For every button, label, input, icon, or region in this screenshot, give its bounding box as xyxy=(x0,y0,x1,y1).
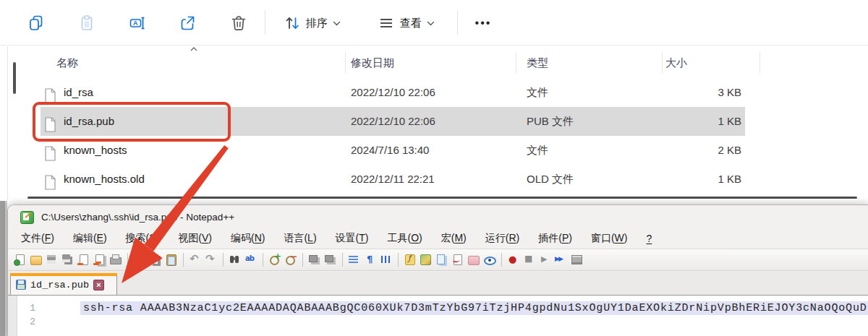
column-header-date[interactable]: 修改日期 xyxy=(351,49,394,77)
menu-item[interactable]: 窗口(W) xyxy=(582,231,637,248)
indent-guide-icon[interactable] xyxy=(380,254,393,266)
file-row[interactable]: known_hosts.old2022/12/11 22:21OLD 文件1 K… xyxy=(0,165,868,194)
copy-button[interactable] xyxy=(22,10,51,36)
title-bar[interactable]: C:\Users\zhang\.ssh\id_rsa.pub - Notepad… xyxy=(8,205,868,229)
word-wrap-icon[interactable] xyxy=(348,254,361,266)
toolbar-divider xyxy=(457,10,458,35)
folder-as-workspace-icon[interactable] xyxy=(467,254,480,266)
share-icon xyxy=(179,14,197,33)
file-type: 文件 xyxy=(527,78,548,107)
zoom-out-icon[interactable] xyxy=(284,254,297,266)
paste-icon xyxy=(77,14,96,33)
undo-icon[interactable] xyxy=(189,254,202,266)
tab-label: id_rsa.pub xyxy=(30,280,89,290)
play-macro-icon[interactable] xyxy=(539,254,552,266)
column-header-size[interactable]: 大小 xyxy=(665,49,687,77)
file-date: 2022/12/10 22:06 xyxy=(351,107,435,136)
file-row[interactable]: known_hosts2024/7/16 13:40文件2 KB xyxy=(0,136,868,165)
copy-icon xyxy=(27,14,46,33)
active-tab-accent xyxy=(10,273,117,276)
find-icon[interactable] xyxy=(229,254,242,266)
menu-item[interactable]: 文件(F) xyxy=(12,231,64,248)
file-date: 2022/12/11 22:21 xyxy=(351,165,435,194)
line-number: 1 xyxy=(17,301,35,315)
paste-icon[interactable] xyxy=(165,254,178,266)
file-type: PUB 文件 xyxy=(527,107,574,136)
monitoring-icon[interactable] xyxy=(483,254,496,266)
menu-item[interactable]: ? xyxy=(637,231,661,247)
screenshot-root: A 排序 查看 ••• 名称 xyxy=(0,0,868,336)
sync-horizontal-icon[interactable] xyxy=(324,254,337,266)
rename-button[interactable]: A xyxy=(123,10,152,36)
toolbar-separator xyxy=(0,45,868,46)
file-size: 1 KB xyxy=(655,165,741,194)
menu-item[interactable]: 视图(V) xyxy=(169,231,221,248)
show-all-chars-icon[interactable] xyxy=(364,254,377,266)
tab-close-button[interactable]: × xyxy=(93,280,104,290)
new-file-icon[interactable] xyxy=(14,254,27,266)
macro-trim-icon[interactable] xyxy=(571,254,584,266)
tab-bar: id_rsa.pub × xyxy=(8,272,868,296)
file-row[interactable]: id_rsa2022/12/10 22:06文件3 KB xyxy=(0,78,868,107)
sync-vertical-icon[interactable] xyxy=(308,254,321,266)
macro-run-icon[interactable] xyxy=(451,254,464,266)
column-divider xyxy=(662,52,663,74)
column-header-type[interactable]: 类型 xyxy=(527,49,548,77)
copy-icon[interactable] xyxy=(149,254,162,266)
menu-item[interactable]: 搜索(S) xyxy=(116,231,169,248)
npp-toolbar xyxy=(8,249,868,271)
editor-line: 2 xyxy=(8,315,868,329)
explorer-bottom-edge xyxy=(27,197,857,199)
menu-item[interactable]: 语言(L) xyxy=(274,231,326,248)
column-divider xyxy=(516,52,516,74)
save-all-icon[interactable] xyxy=(61,254,75,266)
notepadpp-logo-icon xyxy=(20,211,34,224)
sort-ascending-caret-icon xyxy=(190,46,198,52)
background-window-strip xyxy=(0,201,7,336)
menu-item[interactable]: 设置(T) xyxy=(326,231,378,248)
column-headers: 名称 修改日期 类型 大小 xyxy=(0,49,868,77)
record-macro-icon[interactable] xyxy=(507,254,520,266)
close-all-icon[interactable] xyxy=(93,254,106,266)
editor-lines: 1ssh-rsa AAAAB3NzaC1yc2EAAAADAQABAAABgQC… xyxy=(8,301,868,329)
open-file-icon[interactable] xyxy=(30,254,43,266)
toolbar-divider xyxy=(183,253,184,267)
function-list-icon[interactable] xyxy=(404,254,417,266)
toolbar-divider xyxy=(265,10,265,35)
line-number: 2 xyxy=(17,315,35,329)
explorer-toolbar: A 排序 查看 ••• xyxy=(0,0,868,45)
share-button[interactable] xyxy=(174,10,203,36)
menu-item[interactable]: 运行(R) xyxy=(476,231,529,248)
menu-item[interactable]: 插件(P) xyxy=(529,231,582,248)
document-list-icon[interactable] xyxy=(435,254,448,266)
menu-item[interactable]: 编码(N) xyxy=(221,231,274,248)
cut-icon[interactable] xyxy=(133,254,146,266)
close-icon[interactable] xyxy=(77,254,90,266)
more-options-button[interactable]: ••• xyxy=(469,10,498,36)
editor-area[interactable]: 1ssh-rsa AAAAB3NzaC1yc2EAAAADAQABAAABgQC… xyxy=(8,295,868,336)
document-map-icon[interactable] xyxy=(420,254,433,266)
print-icon[interactable] xyxy=(109,254,122,266)
file-row[interactable]: id_rsa.pub2022/12/10 22:06PUB 文件1 KB xyxy=(0,107,868,136)
run-macro-multiple-icon[interactable] xyxy=(555,254,568,266)
paste-button[interactable] xyxy=(72,10,101,36)
toolbar-divider xyxy=(263,253,263,267)
tab-id-rsa-pub[interactable]: id_rsa.pub × xyxy=(10,273,117,296)
redo-icon[interactable] xyxy=(205,254,218,266)
save-icon[interactable] xyxy=(46,254,59,266)
menu-item[interactable]: 宏(M) xyxy=(432,231,476,248)
replace-icon[interactable] xyxy=(244,254,258,266)
sort-button[interactable]: 排序 xyxy=(278,10,346,36)
toolbar-divider xyxy=(302,253,303,267)
line-text: ssh-rsa AAAAB3NzaC1yc2EAAAADAQABAAABgQC0… xyxy=(83,301,867,315)
file-date: 2024/7/16 13:40 xyxy=(351,136,429,165)
delete-button[interactable] xyxy=(224,10,253,36)
column-header-name[interactable]: 名称 xyxy=(56,49,78,77)
stop-macro-icon[interactable] xyxy=(523,254,536,266)
zoom-in-icon[interactable] xyxy=(268,254,281,266)
menu-item[interactable]: 工具(O) xyxy=(378,231,431,248)
view-button[interactable]: 查看 xyxy=(372,10,441,36)
file-list: id_rsa2022/12/10 22:06文件3 KBid_rsa.pub20… xyxy=(0,78,868,194)
saved-file-icon xyxy=(16,280,26,290)
menu-item[interactable]: 编辑(E) xyxy=(64,231,116,248)
